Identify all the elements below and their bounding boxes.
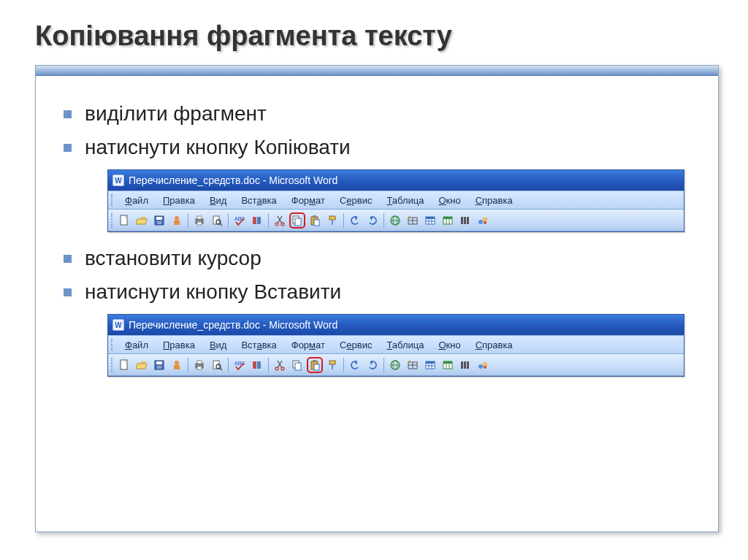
redo-icon[interactable] [365, 212, 381, 229]
bullet-marker [64, 288, 72, 296]
menu-file[interactable]: Файл [118, 338, 156, 352]
menu-view[interactable]: Вид [202, 193, 234, 207]
slide-title: Копіювання фрагмента тексту [35, 20, 719, 52]
grip-icon [111, 339, 113, 350]
bullet-text: натиснути кнопку Вставити [85, 280, 341, 304]
menu-table[interactable]: Таблица [379, 193, 431, 207]
separator [343, 213, 344, 228]
redo-icon[interactable] [365, 357, 381, 373]
separator [343, 358, 344, 372]
svg-rect-22 [329, 216, 335, 220]
menu-tools[interactable]: Сервис [332, 338, 380, 352]
window-title: Перечисление_средств.doc - Microsoft Wor… [129, 319, 337, 331]
separator [268, 213, 269, 228]
svg-rect-67 [329, 361, 335, 364]
open-icon[interactable] [134, 212, 150, 229]
menu-help[interactable]: Справка [468, 338, 520, 352]
undo-icon[interactable] [347, 357, 363, 373]
research-icon[interactable] [249, 212, 265, 229]
svg-rect-66 [314, 364, 319, 370]
separator [188, 358, 188, 372]
svg-point-42 [478, 220, 483, 224]
menu-window[interactable]: Окно [431, 338, 468, 352]
tables-borders-icon[interactable] [405, 357, 421, 373]
menu-edit[interactable]: Правка [156, 338, 202, 352]
svg-rect-23 [332, 220, 333, 225]
grip-icon [111, 194, 113, 206]
paste-icon[interactable] [307, 357, 323, 373]
cut-icon[interactable] [272, 212, 288, 229]
menu-table[interactable]: Таблица [379, 338, 431, 352]
spelling-icon[interactable]: ABC [232, 212, 248, 229]
menu-edit[interactable]: Правка [156, 193, 202, 207]
menu-format[interactable]: Формат [284, 193, 332, 207]
menu-window[interactable]: Окно [431, 193, 468, 207]
svg-rect-3 [157, 221, 161, 224]
menu-file[interactable]: Файл [118, 193, 156, 207]
menu-insert[interactable]: Вставка [234, 338, 283, 352]
bullet-text: встановити курсор [85, 247, 262, 270]
svg-line-56 [220, 368, 222, 370]
menu-tools[interactable]: Сервис [332, 193, 380, 207]
grip-icon [111, 213, 113, 228]
bullet-item: натиснути кнопку Вставити [64, 280, 705, 304]
new-doc-icon[interactable] [116, 212, 132, 229]
preview-icon[interactable] [209, 212, 225, 229]
preview-icon[interactable] [209, 357, 225, 373]
hyperlink-icon[interactable] [387, 357, 403, 373]
svg-point-49 [175, 361, 179, 365]
menu-insert[interactable]: Вставка [234, 193, 283, 207]
columns-icon[interactable] [457, 357, 473, 373]
svg-rect-85 [464, 361, 466, 369]
permission-icon[interactable] [169, 357, 185, 373]
svg-rect-84 [461, 361, 463, 369]
standard-toolbar: ABC [108, 354, 684, 376]
undo-icon[interactable] [347, 212, 363, 229]
svg-rect-59 [257, 361, 261, 369]
hyperlink-icon[interactable] [387, 212, 403, 229]
svg-rect-5 [174, 220, 180, 225]
paste-icon[interactable] [307, 212, 323, 229]
cut-icon[interactable] [272, 357, 288, 373]
drawing-icon[interactable] [475, 212, 491, 229]
print-icon[interactable] [191, 357, 207, 373]
svg-point-60 [275, 367, 278, 370]
separator [383, 213, 384, 228]
menu-view[interactable]: Вид [202, 338, 234, 352]
permission-icon[interactable] [169, 212, 185, 229]
research-icon[interactable] [249, 357, 265, 373]
standard-toolbar: ABC [108, 210, 684, 231]
svg-rect-86 [467, 361, 469, 369]
menu-help[interactable]: Справка [468, 193, 520, 207]
format-painter-icon[interactable] [324, 357, 340, 373]
separator [188, 213, 188, 228]
spelling-icon[interactable]: ABC [232, 357, 248, 373]
bullet-text: натиснути кнопку Копіювати [85, 136, 351, 159]
svg-rect-52 [197, 361, 202, 364]
copy-icon[interactable] [289, 212, 305, 229]
copy-icon[interactable] [289, 357, 305, 373]
svg-point-16 [281, 223, 284, 226]
svg-rect-7 [197, 216, 202, 219]
excel-icon[interactable] [440, 357, 456, 373]
columns-icon[interactable] [457, 212, 473, 229]
drawing-icon[interactable] [475, 357, 491, 373]
format-painter-icon[interactable] [324, 212, 340, 229]
svg-rect-47 [156, 361, 162, 364]
svg-rect-76 [426, 361, 435, 364]
print-icon[interactable] [191, 212, 207, 229]
open-icon[interactable] [134, 357, 150, 373]
menu-bar: Файл Правка Вид Вставка Формат Сервис Та… [108, 191, 684, 210]
menu-format[interactable]: Формат [284, 338, 332, 352]
insert-table-icon[interactable] [422, 357, 438, 373]
save-icon[interactable] [151, 212, 167, 229]
bullet-item: виділити фрагмент [64, 102, 705, 126]
insert-table-icon[interactable] [422, 212, 438, 229]
tables-borders-icon[interactable] [405, 212, 421, 229]
excel-icon[interactable] [440, 212, 456, 229]
save-icon[interactable] [151, 357, 167, 373]
title-bar: W Перечисление_средств.doc - Microsoft W… [108, 170, 684, 191]
new-doc-icon[interactable] [116, 357, 132, 373]
svg-rect-81 [443, 361, 452, 364]
word-icon: W [112, 319, 124, 331]
